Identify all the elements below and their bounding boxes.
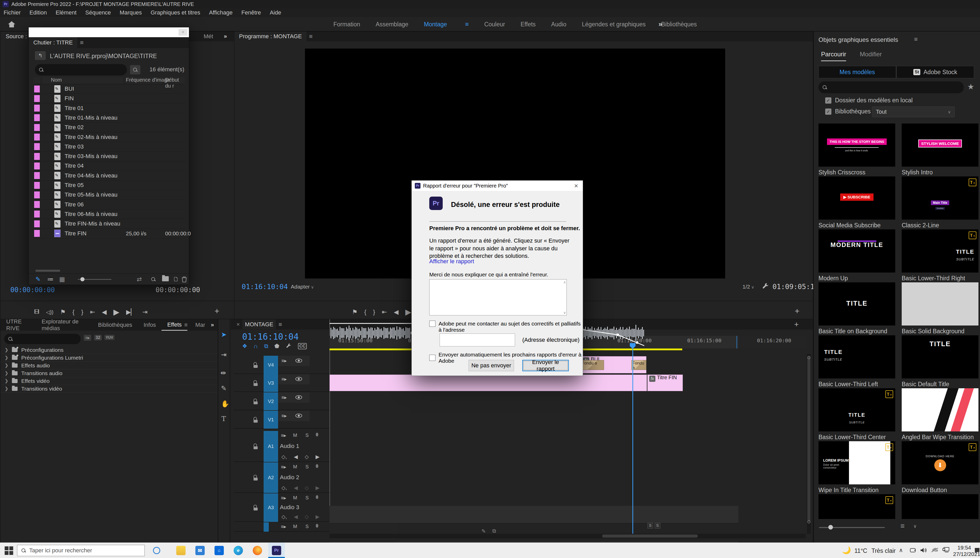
voiceover-mic-icon[interactable]: ⬮ bbox=[316, 523, 318, 528]
network-icon[interactable] bbox=[942, 547, 950, 554]
template-thumb-download[interactable]: DOWNLOAD HERE⬇T bbox=[902, 441, 978, 484]
add-keyframe-icon[interactable]: ◇ bbox=[305, 485, 309, 491]
clip-title-long[interactable] bbox=[329, 374, 647, 391]
keyframe-toggle-icon[interactable]: ◇, bbox=[281, 454, 287, 460]
menu-affichage[interactable]: Affichage bbox=[209, 9, 233, 16]
icon-view-icon[interactable]: ▦ bbox=[59, 276, 65, 283]
chevron-right-icon[interactable]: ❯ bbox=[5, 363, 8, 368]
label-color-swatch[interactable] bbox=[34, 172, 40, 179]
track-name-label[interactable]: Audio 2 bbox=[280, 474, 299, 481]
onedrive-icon[interactable] bbox=[931, 547, 939, 553]
template-thumb-partial[interactable] bbox=[902, 494, 978, 519]
mute-button[interactable]: M bbox=[291, 432, 299, 438]
label-color-swatch[interactable] bbox=[34, 95, 40, 102]
mute-button[interactable]: M bbox=[291, 524, 299, 529]
menu-graphiques-et-titres[interactable]: Graphiques et titres bbox=[151, 9, 200, 16]
bin-item-titre-01[interactable]: Titre 01 bbox=[33, 103, 185, 113]
effects-folder-transitions-audio[interactable]: ❯Transitions audio bbox=[0, 369, 218, 377]
tab-program[interactable]: Programme : MONTAGE bbox=[234, 31, 306, 41]
description-textarea[interactable]: ∧ ∨ bbox=[429, 279, 567, 315]
template-thumb-angled[interactable] bbox=[902, 388, 978, 432]
track-target-V4[interactable]: V4 bbox=[264, 356, 278, 374]
bin-column-header[interactable]: Nom Fréquence d'image Début du r bbox=[33, 77, 185, 84]
timeline-vscrollbar[interactable] bbox=[807, 354, 811, 534]
snap-icon[interactable]: ∩ bbox=[253, 343, 258, 350]
linked-selection-icon[interactable]: ⧉ bbox=[264, 343, 268, 350]
new-bin-icon[interactable] bbox=[162, 276, 169, 282]
audio-track-header-a1[interactable]: A1≡▸MS⬮Audio 1◇,◀◇▶ bbox=[234, 431, 329, 462]
label-color-swatch[interactable] bbox=[34, 114, 40, 121]
workspace-tab-montage[interactable]: Montage bbox=[424, 21, 447, 28]
solo-button[interactable]: S bbox=[303, 495, 311, 501]
template-thumb-crisscross[interactable]: THIS IS HOW THE STORY BEGINSand this is … bbox=[819, 123, 895, 167]
track-lock-icon[interactable] bbox=[253, 475, 258, 481]
checkbox-local-checked[interactable]: ✓ bbox=[825, 97, 831, 103]
taskbar-app-mail[interactable]: ✉ bbox=[192, 543, 208, 558]
menu-fen-tre[interactable]: Fenêtre bbox=[242, 9, 261, 16]
video-track-header-v4[interactable]: V4≡▸ bbox=[234, 356, 329, 374]
prev-keyframe-icon[interactable]: ◀ bbox=[294, 485, 298, 491]
thumbnail-size-knob[interactable] bbox=[81, 277, 84, 281]
nest-sequence-icon[interactable]: ❖ bbox=[242, 343, 247, 350]
workspace-tab-effets[interactable]: Effets bbox=[521, 21, 536, 28]
next-keyframe-icon[interactable]: ▶ bbox=[316, 514, 319, 520]
menu-fichier[interactable]: Fichier bbox=[3, 9, 21, 16]
prev-keyframe-icon[interactable]: ◀ bbox=[294, 454, 298, 460]
track-target-V2[interactable]: V2 bbox=[264, 392, 278, 410]
chevron-right-icon[interactable]: ❯ bbox=[5, 378, 8, 384]
thumbnail-zoom-knob[interactable] bbox=[828, 525, 833, 530]
label-color-swatch[interactable] bbox=[34, 210, 40, 218]
bin-item-titre-05[interactable]: Titre 05 bbox=[33, 181, 185, 190]
effects-search-input[interactable] bbox=[4, 334, 81, 344]
template-thumb-ltcenter[interactable]: TITLESUBTITLET bbox=[819, 388, 895, 432]
close-sequence-icon[interactable]: × bbox=[237, 321, 240, 328]
step-back-icon[interactable]: ◀ bbox=[102, 309, 107, 316]
effects-tab-infos[interactable]: Infos bbox=[138, 319, 161, 331]
bin-item-titre-06[interactable]: Titre 06 bbox=[33, 200, 185, 210]
track-name-label[interactable]: Audio 1 bbox=[280, 443, 299, 450]
bin-window-close-icon[interactable]: × bbox=[179, 29, 187, 36]
trash-icon[interactable] bbox=[182, 276, 187, 282]
bin-search-input[interactable] bbox=[35, 64, 127, 75]
sync-lock-icon[interactable]: ≡▸ bbox=[281, 464, 286, 470]
track-lock-icon[interactable] bbox=[253, 380, 258, 386]
taskbar-app-store[interactable]: ⌂ bbox=[211, 543, 227, 558]
transition-fondu[interactable]: Fondu a bbox=[581, 360, 604, 370]
capture-icon[interactable] bbox=[909, 547, 916, 554]
tab-parcourir[interactable]: Parcourir bbox=[821, 51, 846, 61]
taskbar-app-edge[interactable]: e bbox=[230, 543, 247, 558]
find-icon[interactable] bbox=[151, 277, 156, 283]
template-thumb-stylishintro[interactable]: STYLISH WELCOME bbox=[902, 123, 978, 167]
effects-tab-bibliothèques[interactable]: Bibliothèques bbox=[92, 319, 138, 331]
label-color-swatch[interactable] bbox=[34, 143, 40, 150]
mute-button[interactable]: M bbox=[291, 464, 299, 469]
selection-tool-icon[interactable]: ➤ bbox=[221, 331, 227, 339]
track-name-label[interactable]: Audio 3 bbox=[280, 504, 299, 511]
effects-tab-explorateur-de-médias[interactable]: Explorateur de médias bbox=[36, 319, 92, 331]
sync-lock-icon[interactable]: ≡▸ bbox=[281, 376, 287, 382]
taskbar-app-firefox[interactable] bbox=[249, 543, 266, 558]
program-button-editor-icon[interactable]: + bbox=[795, 306, 800, 316]
track-lane-v4[interactable] bbox=[329, 506, 738, 524]
bin-item-titre-03-mis-à-niveau[interactable]: Titre 03-Mis à niveau bbox=[33, 152, 185, 161]
effects-folder-préconfigurations-lumetri[interactable]: ❯Préconfigurations Lumetri bbox=[0, 354, 218, 362]
type-tool-icon[interactable]: T bbox=[222, 415, 226, 423]
tray-expand-icon[interactable]: ∧ bbox=[899, 547, 903, 554]
weather-icon[interactable]: 🌙 bbox=[842, 546, 851, 555]
program-resolution-select[interactable]: 1/2 bbox=[743, 284, 754, 290]
timeline-edit-icon[interactable]: ✎ bbox=[482, 528, 486, 534]
sync-lock-icon[interactable]: ≡▸ bbox=[281, 432, 286, 438]
step-back-icon[interactable]: ◀ bbox=[394, 309, 398, 316]
template-thumb-titlecenter[interactable]: TITLE bbox=[819, 282, 895, 325]
hand-tool-icon[interactable]: ✋ bbox=[221, 400, 229, 408]
effects-folder-effets-audio[interactable]: ❯Effets audio bbox=[0, 362, 218, 369]
track-lock-icon[interactable] bbox=[253, 443, 258, 449]
menu-s-quence[interactable]: Séquence bbox=[85, 9, 111, 16]
weather-temp[interactable]: 11°C bbox=[854, 547, 867, 555]
pen-tool-icon[interactable]: ✎ bbox=[221, 384, 227, 392]
mark-out-icon[interactable]: } bbox=[81, 309, 83, 316]
add-keyframe-icon[interactable]: ◇ bbox=[305, 514, 309, 520]
workspace-tab-bibliothèques[interactable]: Bibliothèques bbox=[661, 21, 697, 28]
play-icon[interactable]: ▶ bbox=[113, 307, 119, 317]
video-track-header-v2[interactable]: V2≡▸ bbox=[234, 392, 329, 410]
